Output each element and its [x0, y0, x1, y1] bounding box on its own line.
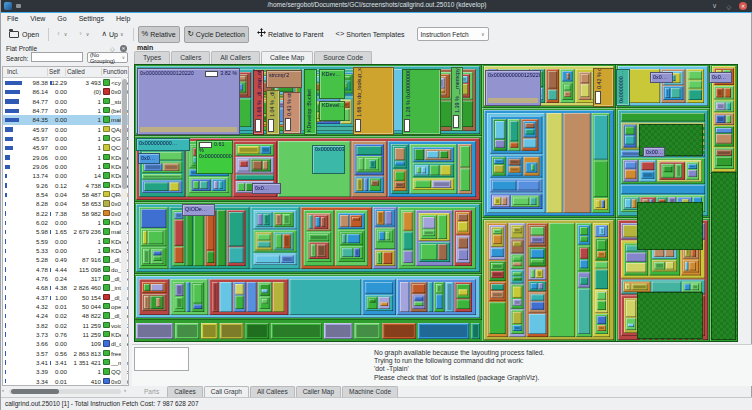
relative-to-parent-label: Relative to Parent [268, 31, 324, 38]
table-header[interactable]: Incl. Self Called Function [3, 67, 128, 78]
treemap-block[interactable]: 0x0… [709, 72, 732, 83]
treemap-block[interactable]: 0x000000034034be8 [312, 145, 345, 174]
treemap-block[interactable]: strcmp'2 [266, 70, 302, 88]
table-row[interactable]: 8.540.0458 487QRegExp::... [3, 190, 128, 199]
table-row[interactable]: 8.227.3858 9820x0000000... [3, 209, 128, 218]
table-row[interactable]: 6.020.001KDevelop::... [3, 218, 128, 227]
table-row[interactable]: 4.240.0248 822_dl_catch_... [3, 311, 128, 320]
table-row[interactable]: 5.280.4987 916_dl_lookup... [3, 255, 128, 264]
search-input[interactable] [31, 52, 83, 62]
table-row[interactable]: 98.3812.293 493<cycle 42> [3, 78, 128, 87]
treemap-block[interactable]: KDevelop::Bucket [304, 69, 317, 135]
horizontal-scrollbar[interactable] [9, 389, 121, 394]
treemap-block[interactable]: 0.43 % strcmp'2 [283, 92, 301, 134]
table-row[interactable]: 45.970.001QCoreAppl... [3, 143, 128, 152]
table-row[interactable]: 3.730.7611 259KDevelop::... [3, 330, 128, 339]
open-button[interactable]: Open [5, 26, 43, 43]
table-row[interactable]: 29.060.001KDevelop::... [3, 153, 128, 162]
event-type-dropdown[interactable]: Instruction Fetch∨ [417, 27, 489, 41]
table-row[interactable]: 4.371.0050 154_dl_map_o... [3, 293, 128, 302]
table-row[interactable]: 5.330.001KDevSplash... [3, 246, 128, 255]
table-row[interactable]: 84.770.001(below mai... [3, 106, 128, 115]
column-called[interactable]: Called [67, 68, 85, 75]
scroll-right-icon[interactable]: › [124, 387, 126, 393]
treemap-block[interactable]: 0x000000000… [136, 138, 190, 151]
treemap-block[interactable]: QIODe… [182, 204, 215, 216]
table-row[interactable]: 45.970.001QApplicati... [3, 125, 128, 134]
table-row[interactable]: 84.770.001_start [3, 97, 128, 106]
vertical-scrollbar[interactable] [121, 77, 127, 385]
grouping-dropdown[interactable]: (No Grouping) ∨ [87, 52, 128, 63]
treemap-block[interactable]: 0.61 % 0x00000000002d1b10 [196, 140, 233, 174]
column-self[interactable]: Self [49, 68, 60, 75]
up-button[interactable]: ∧Up∨ [97, 26, 127, 43]
table-row[interactable]: 8.280.0458 6530x0000000... [3, 199, 128, 208]
close-button[interactable]: ✕ [739, 2, 747, 10]
tab-types[interactable]: Types [134, 51, 170, 64]
callee-map[interactable]: 0x00000000001202203.82 %1.66 % _dl_map_o… [134, 64, 738, 342]
menu-view[interactable]: View [24, 15, 51, 22]
table-row[interactable]: 13.740.0014KDevelop::... [3, 171, 128, 180]
menu-settings[interactable]: Settings [73, 15, 110, 22]
bottom-tab-call-graph[interactable]: Call Graph [204, 386, 249, 397]
bottom-tab-machine-code[interactable]: Machine Code [342, 386, 398, 397]
table-row[interactable]: 4.760.24317_dl_relocat... [3, 274, 128, 283]
treemap-block[interactable]: 0x00000000001202203.82 % [137, 68, 240, 135]
treemap-block[interactable]: KDev… [319, 69, 345, 99]
treemap-block[interactable]: 1.39 % __memcpy_sse2_unaligned [451, 67, 463, 131]
treemap-block[interactable]: 0.42 % do_lookup_x [593, 68, 614, 107]
tab-source-code[interactable]: Source Code [314, 51, 372, 64]
tab-all-callers[interactable]: All Callers [211, 51, 260, 64]
back-button[interactable]: ‹∨ [53, 26, 71, 43]
table-row[interactable]: 86.140.00(0)0x0000000... [3, 87, 128, 96]
treemap-block[interactable]: 0x0… [138, 153, 160, 164]
table-row[interactable]: 3.340.014100x0000000... [3, 377, 128, 386]
bottom-tab-caller-map[interactable]: Caller Map [296, 386, 341, 397]
table-row[interactable]: 3.390.001QQuickVie... [3, 367, 128, 376]
table-row[interactable]: 84.350.001main [3, 115, 128, 124]
treemap-block[interactable]: 1.28 % 0x00000000031f54e0 [402, 69, 441, 135]
maximize-button[interactable]: ◇ [726, 2, 731, 12]
forward-button[interactable]: ›∨ [75, 26, 93, 43]
column-function[interactable]: Function [103, 68, 127, 75]
treemap-block[interactable]: 1.66 % do_lookup_x [353, 67, 394, 135]
column-incl[interactable]: Incl. [7, 68, 19, 75]
tab-callee-map[interactable]: Callee Map [261, 51, 313, 64]
treemap-block[interactable]: 1.66 % _dl_map_object [253, 70, 264, 135]
treemap-block[interactable]: 1.04 % _dl_name_match_p [266, 90, 280, 135]
menu-file[interactable]: File [1, 15, 24, 22]
table-row[interactable]: 45.970.001QGuiApplic... [3, 134, 128, 143]
relative-to-parent-button[interactable]: Relative to Parent [253, 26, 328, 43]
table-row[interactable]: 3.413.411 351 421__memcpy_... [3, 358, 128, 367]
shorten-templates-button[interactable]: <>Shorten Templates [332, 26, 409, 43]
scroll-left-icon[interactable]: ‹ [2, 387, 4, 393]
table-row[interactable]: 4.684.382 826 460_int_malloc [3, 283, 128, 292]
menu-go[interactable]: Go [51, 15, 72, 22]
bottom-tab-all-callees[interactable]: All Callees [250, 386, 295, 397]
cycle-detection-button[interactable]: ↻Cycle Detection [184, 26, 249, 43]
bottom-tab-callees[interactable]: Callees [167, 386, 203, 397]
treemap-block[interactable]: 0x0… [252, 183, 281, 194]
table-row[interactable]: 3.570.562 863 813free [3, 349, 128, 358]
treemap-block[interactable]: 0x00… [643, 147, 665, 157]
percent-icon: % [142, 29, 149, 39]
table-row[interactable]: 4.320.0150 044openaux [3, 302, 128, 311]
treemap-block[interactable]: 0x0000000… [616, 69, 630, 106]
table-row[interactable]: 3.820.0211 259void KDeve... [3, 321, 128, 330]
table-row[interactable]: 4.784.44115 098do_lookup_... [3, 265, 128, 274]
minimize-button[interactable]: ∨ [712, 1, 717, 11]
menu-help[interactable]: Help [110, 15, 136, 22]
treemap-block[interactable]: 0x00000000001292201.14 % [485, 70, 541, 106]
table-row[interactable]: 5.590.001KDevelop::... [3, 237, 128, 246]
titlebar[interactable]: /home/sergobot/Documents/GCI/screenshots… [1, 0, 752, 13]
tab-callers[interactable]: Callers [171, 51, 210, 64]
flat-profile-table[interactable]: Incl. Self Called Function 98.3812.293 4… [2, 66, 129, 386]
table-row[interactable]: 3.660.00109dl_open_w... [3, 339, 128, 348]
treemap-block[interactable]: KDevel…::Bucke… [319, 101, 345, 121]
table-row[interactable]: 5.981.652 679 236malloc [3, 227, 128, 236]
chevron-down-icon: ∨ [86, 31, 90, 37]
table-row[interactable]: 29.060.001KDevelop::... [3, 162, 128, 171]
table-row[interactable]: 9.260.124 738KDevelop::... [3, 181, 128, 190]
relative-button[interactable]: %Relative [138, 26, 180, 43]
treemap-block[interactable]: 0x0… [650, 72, 673, 83]
